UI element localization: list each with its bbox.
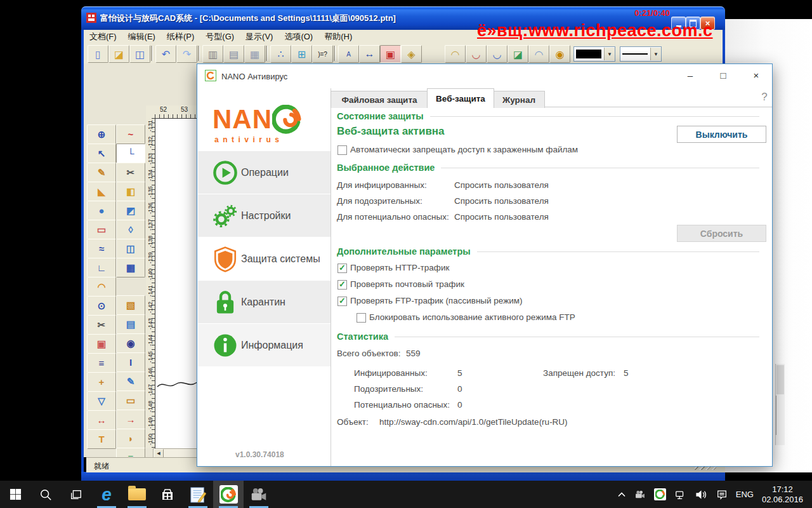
tray-nano-icon[interactable] (654, 488, 666, 500)
action-row-value[interactable]: Спросить пользователя (454, 196, 549, 206)
seam-allowance-tool-button[interactable]: ▦ (116, 258, 145, 277)
menu-item[interactable]: 纸样(P) (161, 30, 200, 43)
undo-button[interactable]: ↶ (155, 45, 176, 63)
set-square-tool-button[interactable]: ◣ (87, 182, 116, 201)
pin-pattern-tool-button[interactable]: ◩ (116, 201, 145, 220)
spacing-tool-button[interactable]: I (116, 352, 145, 372)
http-traffic-checkbox[interactable]: ✓ (337, 264, 347, 273)
curve-edit-tool-button[interactable]: ≈ (87, 239, 116, 258)
menu-item[interactable]: 文档(F) (84, 30, 122, 43)
pattern-flag-tool-button[interactable]: ◧ (116, 182, 145, 201)
corner-tool-button[interactable]: └ (116, 144, 145, 163)
tab-web-protection[interactable]: Веб-защита (427, 88, 494, 108)
menu-item[interactable]: 选项(O) (278, 30, 318, 43)
block-active-ftp-checkbox[interactable] (357, 313, 366, 323)
move-pattern-tool-button[interactable]: → (116, 410, 145, 429)
sidebar-item-quarantine[interactable]: Карантин (198, 281, 331, 324)
mail-traffic-checkbox[interactable]: ✓ (337, 280, 347, 290)
rect-tool-button[interactable]: ▣ (87, 334, 116, 354)
eraser-tool-button[interactable]: ▭ (87, 220, 116, 239)
pleat-tool-button[interactable]: ◫ (116, 239, 145, 258)
volume-icon[interactable] (695, 489, 708, 500)
tray-chevron-up-icon[interactable] (617, 491, 626, 498)
print-button[interactable]: ▤ (223, 45, 244, 63)
taskbar-item-store[interactable] (152, 481, 183, 508)
remote-control-button[interactable]: ▥ (202, 45, 223, 63)
pattern-compare-button[interactable]: ▣ (380, 45, 401, 63)
new-file-button[interactable]: ▯ (88, 45, 108, 63)
sidebar-item-operations[interactable]: Операции (198, 151, 331, 194)
sew-tool-3-button[interactable]: ◡ (487, 45, 508, 63)
menu-item[interactable]: 显示(V) (240, 30, 278, 43)
redo-button[interactable]: ↷ (176, 45, 197, 63)
menu-item[interactable]: 编辑(E) (122, 30, 161, 43)
nano-minimize-button[interactable]: – (681, 67, 700, 83)
nano-maximize-button[interactable]: □ (714, 67, 733, 83)
color-select-dropdown[interactable]: ▼ (573, 46, 615, 62)
color-palette-button[interactable]: ◉ (549, 45, 570, 63)
garment-button[interactable]: ◠ (528, 45, 549, 63)
pattern-lock-button[interactable]: ◈ (401, 45, 422, 63)
node-edit-tool-button[interactable]: ✎ (116, 371, 145, 391)
help-icon[interactable]: ? (758, 91, 771, 104)
open-file-button[interactable]: ◪ (108, 45, 129, 63)
select-tool-button[interactable]: ↖ (87, 144, 116, 163)
garment-piece-tool-button[interactable]: ◗ (116, 429, 145, 448)
action-row-value[interactable]: Спросить пользователя (454, 212, 549, 222)
pattern-select-tool-button[interactable]: ▧ (116, 295, 145, 315)
plotter-button[interactable]: ▦ (244, 45, 265, 63)
network-icon[interactable] (674, 489, 686, 500)
sew-tool-1-button[interactable]: ◠ (445, 45, 466, 63)
measure-distance-button[interactable]: ↔ (359, 45, 380, 63)
layout-tool-button[interactable]: ▤ (116, 314, 145, 334)
scroll-left-icon[interactable]: ◀ (154, 449, 164, 458)
sidebar-item-system-protection[interactable]: Защита системы (198, 237, 331, 281)
chevron-down-icon[interactable]: ▼ (650, 48, 661, 60)
button-tool-button[interactable]: ◉ (116, 333, 145, 353)
auto-block-checkbox[interactable] (337, 145, 347, 155)
taskbar-item-explorer[interactable] (122, 481, 152, 508)
shape-tool-button[interactable]: ▽ (87, 391, 116, 411)
pattern-eraser-tool-button[interactable]: ▭ (116, 391, 145, 410)
background-scrollbar-thumb[interactable] (776, 365, 784, 394)
line-style-dropdown[interactable]: ▼ (620, 46, 662, 62)
menu-item[interactable]: 号型(G) (200, 30, 240, 43)
formula-button[interactable]: )=? (312, 45, 333, 63)
zoom-tool-button[interactable]: ⊕ (87, 124, 116, 144)
nano-close-button[interactable]: × (747, 67, 766, 83)
reset-button[interactable]: Сбросить (677, 225, 766, 242)
tab-file-protection[interactable]: Файловая защита (331, 91, 428, 108)
cut-pattern-tool-button[interactable]: ✂ (116, 163, 145, 182)
taskbar-item-edge[interactable]: e (91, 481, 122, 508)
taskbar-item-nano[interactable] (213, 481, 244, 508)
save-file-button[interactable]: ◫ (129, 45, 150, 63)
pen-tool-button[interactable]: ✎ (87, 163, 116, 182)
size-table-button[interactable]: ⊞ (291, 45, 312, 63)
brush-tool-button[interactable]: + (87, 372, 116, 392)
pattern-folder-button[interactable]: ◪ (508, 45, 528, 63)
menu-item[interactable]: 帮助(H) (318, 30, 358, 43)
text-tool-button[interactable]: T (87, 429, 116, 449)
task-view-button[interactable] (61, 481, 91, 508)
dart-tool-button[interactable]: ◊ (116, 220, 145, 239)
start-button[interactable] (0, 481, 30, 508)
measure-line-button[interactable]: A (338, 45, 359, 63)
tray-recorder-icon[interactable] (634, 490, 646, 500)
tab-journal[interactable]: Журнал (493, 91, 545, 108)
language-indicator[interactable]: ENG (736, 490, 754, 499)
scatter-chart-button[interactable]: ∴ (270, 45, 291, 63)
ftp-traffic-checkbox[interactable]: ✓ (337, 297, 347, 306)
angle-line-tool-button[interactable]: ∟ (87, 258, 116, 277)
disable-button[interactable]: Выключить (677, 126, 766, 143)
circle-tool-button[interactable]: ⊙ (87, 296, 116, 316)
taskbar-item-recorder[interactable] (244, 481, 274, 508)
action-center-icon[interactable] (716, 489, 728, 500)
action-row-value[interactable]: Спросить пользователя (454, 180, 549, 190)
point-tool-button[interactable]: ● (87, 201, 116, 220)
protractor-tool-button[interactable]: ◠ (87, 277, 116, 297)
sidebar-item-information[interactable]: Информация (198, 324, 331, 367)
sidebar-item-settings[interactable]: Настройки (198, 194, 331, 237)
taskbar-clock[interactable]: 17:12 02.06.2016 (762, 485, 803, 505)
compass-tool-button[interactable]: ↔ (87, 410, 116, 430)
parallel-lines-tool-button[interactable]: ≡ (87, 353, 116, 373)
